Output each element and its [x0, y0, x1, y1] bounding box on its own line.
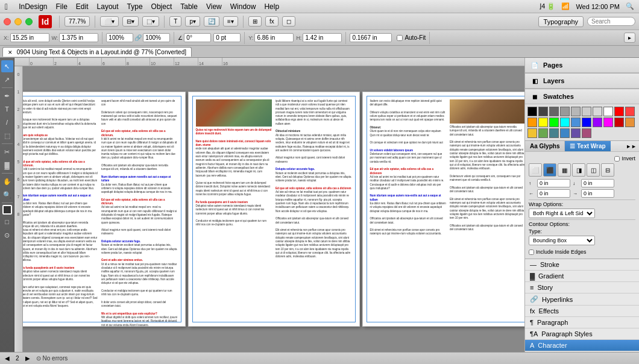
scale-x-input[interactable] — [106, 33, 133, 42]
h-input[interactable] — [303, 33, 342, 42]
hand-tool[interactable]: ✋ — [1, 175, 13, 187]
swatch-item[interactable] — [527, 128, 537, 138]
fill-color[interactable] — [2, 205, 12, 215]
apple-menu[interactable]:  — [5, 2, 8, 11]
swatch-item[interactable] — [549, 118, 559, 127]
wrap-btn-3[interactable]: ◨ — [572, 163, 585, 177]
tab-textwrap[interactable]: ☰ Text Wrap — [565, 141, 610, 151]
panel-item-story[interactable]: ≡ Story — [525, 282, 639, 293]
page-back-btn[interactable]: ◀ — [5, 355, 10, 362]
swatch-item[interactable] — [527, 107, 537, 116]
mode-toggle[interactable]: ⊙ — [1, 229, 13, 241]
offset-right-input[interactable] — [581, 189, 614, 198]
panel-header-swatches[interactable]: ◼ Swatches — [525, 89, 639, 104]
panel-item-stroke[interactable]: — Stroke — [525, 259, 639, 271]
offset-bottom-input[interactable] — [581, 179, 614, 187]
panel-header-layers[interactable]: ◧ Layers — [525, 74, 639, 89]
align-btn[interactable]: ≡▾ — [223, 16, 238, 27]
wrap-btn-5[interactable]: ⊟ — [601, 163, 614, 177]
swatch-item[interactable] — [603, 107, 613, 116]
page-forward-btn[interactable]: ▶ — [25, 355, 30, 362]
menu-help[interactable]: Help — [264, 2, 279, 11]
swatch-item[interactable] — [527, 118, 537, 127]
wrap-btn-1[interactable]: ⬛ — [543, 163, 556, 177]
panel-item-hyperlinks[interactable]: 🔗 Hyperlinks — [525, 293, 639, 306]
panel-item-paragraph-styles[interactable]: ¶A Paragraph Styles — [525, 328, 639, 340]
gradient-tool[interactable]: ▓ — [1, 159, 13, 171]
type-options-btn[interactable]: p▾ — [185, 16, 200, 27]
menu-layout[interactable]: Layout — [97, 2, 119, 11]
panel-item-effects[interactable]: fx Effects — [525, 306, 639, 317]
swatch-item[interactable] — [625, 107, 635, 116]
panel-header-pages[interactable]: 📄 Pages — [525, 58, 639, 73]
swatch-item[interactable] — [582, 107, 591, 116]
swatch-item[interactable] — [593, 118, 602, 127]
wrap-sides-select[interactable]: Both Right & Left Sides Right Side Only … — [529, 209, 595, 218]
maximize-button[interactable] — [25, 18, 33, 25]
swatch-item[interactable] — [593, 107, 602, 116]
swatch-item[interactable] — [560, 107, 570, 116]
autofit-checkbox[interactable] — [397, 35, 403, 41]
arrange-btn[interactable]: ⬚▾ — [142, 16, 159, 27]
more-options-btn[interactable]: ▸ — [624, 33, 635, 43]
menu-edit[interactable]: Edit — [76, 2, 89, 11]
type-tool[interactable]: T — [1, 103, 13, 115]
zoom-tool[interactable]: 🔍 — [1, 189, 13, 201]
menu-object[interactable]: Object — [151, 2, 172, 11]
swatch-item[interactable] — [614, 118, 624, 127]
invert-checkbox[interactable] — [614, 156, 620, 162]
swatch-item[interactable] — [582, 118, 591, 127]
frame-tool-btn[interactable]: ⬜▾ — [100, 16, 119, 27]
transform-btn[interactable]: 🔄 — [204, 16, 219, 27]
swatch-item[interactable] — [614, 107, 624, 116]
offset-top-input[interactable] — [537, 179, 570, 187]
swatch-item[interactable] — [603, 118, 613, 127]
direct-selection-tool[interactable]: ↗ — [1, 74, 13, 86]
text-tool-btn[interactable]: T — [169, 16, 181, 27]
document-tab[interactable]: ✕ 0904 Using Text & Objects in a Layout.… — [2, 47, 192, 57]
close-button[interactable] — [4, 18, 11, 25]
swatch-item[interactable] — [625, 118, 635, 127]
menu-table[interactable]: Table — [180, 2, 198, 11]
contour-type-select[interactable]: Bounding Box Detect Edges Alpha Channel — [529, 236, 595, 245]
swatch-item[interactable] — [571, 128, 581, 138]
swatch-item[interactable] — [538, 118, 548, 127]
zoom-display[interactable]: 77.7% — [65, 16, 90, 27]
swatch-item[interactable] — [571, 107, 581, 116]
w-input[interactable] — [59, 33, 98, 42]
minimize-button[interactable] — [14, 18, 22, 25]
menu-file[interactable]: File — [56, 2, 68, 11]
close-tab-icon[interactable]: ✕ — [8, 49, 13, 55]
panel-item-paragraph[interactable]: ¶ Paragraph — [525, 317, 639, 328]
panel-menu-icon[interactable]: ►► — [623, 143, 639, 149]
line-tool[interactable]: / — [1, 116, 13, 128]
workspace-selector[interactable]: Typography — [538, 16, 584, 27]
wrap-btn-4[interactable]: ◫ — [587, 163, 600, 177]
shear-input[interactable] — [213, 33, 241, 42]
panel-item-character[interactable]: A Character — [525, 340, 639, 351]
frame-tool[interactable]: ⬚ — [1, 130, 13, 142]
y-input[interactable] — [254, 33, 294, 42]
guides-btn[interactable]: fx — [265, 16, 279, 27]
view-btn[interactable]: ⊟▾ — [122, 16, 139, 27]
selection-tool[interactable]: ↖ — [1, 60, 13, 72]
swatch-item[interactable] — [549, 107, 559, 116]
scissors-tool[interactable]: ✂ — [1, 146, 13, 158]
swatch-item[interactable] — [549, 128, 559, 138]
swatch-item[interactable] — [560, 118, 570, 127]
search-icon[interactable]: 🔍 — [626, 2, 634, 10]
swatch-item[interactable] — [571, 118, 581, 127]
grid-btn[interactable]: ⊞ — [248, 16, 262, 27]
panel-item-gradient[interactable]: ▓ Gradient — [525, 271, 639, 282]
pen-tool[interactable]: ✒ — [1, 90, 13, 102]
menu-window[interactable]: Window — [230, 2, 256, 11]
x-input[interactable] — [10, 33, 49, 42]
menu-indesign[interactable]: InDesign — [19, 2, 47, 11]
wrap-btn-2[interactable]: ▦ — [558, 163, 571, 177]
swatch-item[interactable] — [582, 128, 591, 138]
no-wrap-btn[interactable]: ⬜ — [529, 163, 542, 177]
swatch-item[interactable] — [538, 128, 548, 138]
search-input[interactable] — [587, 17, 635, 26]
fill-btn[interactable]: ◻ — [282, 16, 295, 27]
swatch-item[interactable] — [560, 128, 570, 138]
